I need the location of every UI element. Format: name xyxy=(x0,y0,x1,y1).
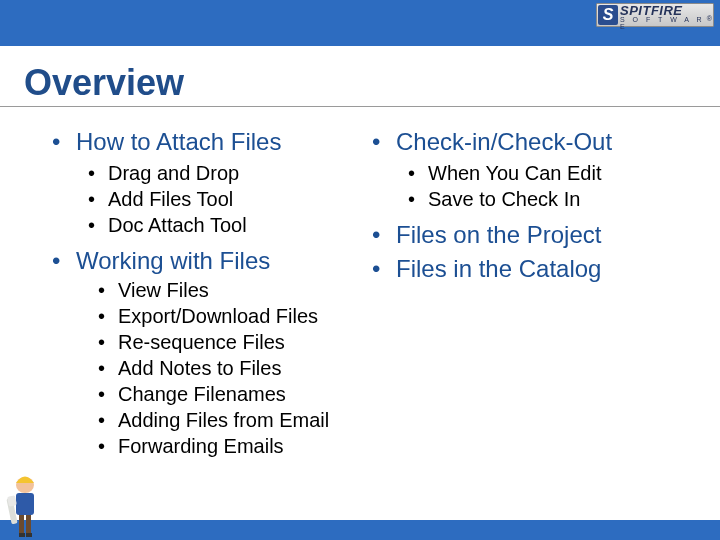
logo-subtext: S O F T W A R E xyxy=(620,16,714,30)
topic-check-in-out: Check-in/Check-Out When You Can Edit Sav… xyxy=(372,128,692,211)
topic-working-files: Working with Files View Files Export/Dow… xyxy=(52,247,372,458)
topic-files-project: Files on the Project xyxy=(372,221,692,249)
svg-rect-7 xyxy=(26,533,32,537)
list-item: Export/Download Files xyxy=(76,305,372,328)
topic-heading: Files in the Catalog xyxy=(396,255,601,282)
list-item: Add Files Tool xyxy=(76,188,372,211)
topic-heading: How to Attach Files xyxy=(76,128,281,155)
construction-worker-icon xyxy=(4,468,46,538)
list-item: Doc Attach Tool xyxy=(76,214,372,237)
svg-rect-1 xyxy=(16,493,34,515)
list-item: Re-sequence Files xyxy=(76,331,372,354)
list-item: When You Can Edit xyxy=(396,162,692,185)
list-item: View Files xyxy=(76,279,372,302)
slide-title: Overview xyxy=(24,62,184,104)
right-column: Check-in/Check-Out When You Can Edit Sav… xyxy=(372,124,692,464)
brand-logo: S SPITFIRE S O F T W A R E ® xyxy=(596,3,714,27)
svg-rect-6 xyxy=(19,533,25,537)
left-column: How to Attach Files Drag and Drop Add Fi… xyxy=(52,124,372,464)
svg-rect-2 xyxy=(19,515,24,533)
svg-rect-3 xyxy=(26,515,31,533)
list-item: Change Filenames xyxy=(76,383,372,406)
logo-registered: ® xyxy=(707,15,712,22)
title-underline xyxy=(0,106,720,107)
list-item: Adding Files from Email xyxy=(76,409,372,432)
list-item: Forwarding Emails xyxy=(76,435,372,458)
topic-files-catalog: Files in the Catalog xyxy=(372,255,692,283)
list-item: Drag and Drop xyxy=(76,162,372,185)
content-area: How to Attach Files Drag and Drop Add Fi… xyxy=(52,124,692,464)
footer-bar xyxy=(0,520,720,540)
slide: S SPITFIRE S O F T W A R E ® Overview Ho… xyxy=(0,0,720,540)
topic-heading: Files on the Project xyxy=(396,221,601,248)
topic-attach-files: How to Attach Files Drag and Drop Add Fi… xyxy=(52,128,372,237)
topic-heading: Check-in/Check-Out xyxy=(396,128,612,155)
logo-mark: S xyxy=(598,5,618,25)
topic-heading: Working with Files xyxy=(76,247,270,274)
list-item: Add Notes to Files xyxy=(76,357,372,380)
list-item: Save to Check In xyxy=(396,188,692,211)
